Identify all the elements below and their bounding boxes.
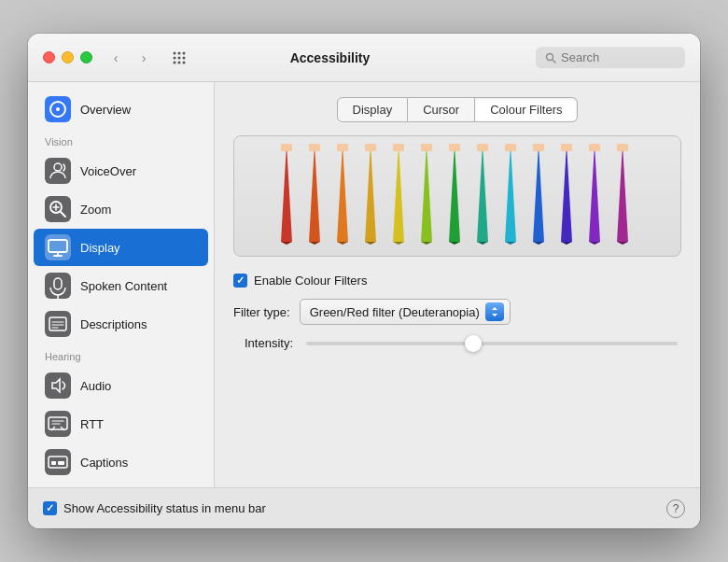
slider-thumb[interactable]: [465, 335, 482, 352]
intensity-slider[interactable]: [306, 342, 678, 345]
overview-icon: [45, 96, 71, 122]
svg-marker-63: [449, 242, 460, 245]
enable-filters-row: ✓ Enable Colour Filters: [233, 274, 681, 288]
svg-marker-57: [393, 242, 404, 245]
pencils-container: [233, 135, 681, 257]
sidebar-item-audio[interactable]: Audio: [34, 367, 208, 404]
svg-rect-64: [449, 144, 460, 151]
sidebar-section-hearing: Hearing: [28, 344, 214, 366]
close-button[interactable]: [43, 51, 55, 63]
sidebar-item-label-rtt: RTT: [80, 417, 104, 431]
sidebar-item-voiceover[interactable]: VoiceOver: [34, 152, 208, 190]
svg-marker-77: [589, 144, 600, 242]
voiceover-icon: [45, 158, 71, 184]
sidebar-item-label-zoom: Zoom: [80, 203, 111, 217]
main-window: ‹ › Accessibility: [28, 34, 700, 528]
svg-rect-82: [617, 144, 628, 151]
svg-marker-45: [281, 242, 292, 245]
descriptions-icon: [45, 311, 71, 337]
bottom-bar: ✓ Show Accessibility status in menu bar …: [28, 487, 700, 528]
display-icon: [45, 234, 71, 260]
svg-line-10: [553, 59, 555, 62]
svg-rect-49: [309, 144, 320, 151]
status-bar-checkbox[interactable]: ✓ Show Accessibility status in menu bar: [43, 501, 266, 515]
svg-marker-53: [365, 144, 376, 242]
svg-marker-47: [309, 144, 320, 242]
sidebar-item-overview[interactable]: Overview: [34, 91, 208, 128]
svg-rect-61: [421, 144, 432, 151]
filter-type-label: Filter type:: [233, 305, 290, 319]
filter-type-select[interactable]: Green/Red filter (Deuteranopia): [300, 299, 511, 325]
rtt-icon: [45, 411, 71, 437]
sidebar-item-rtt[interactable]: RTT: [34, 405, 208, 443]
spoken-icon: [45, 273, 71, 299]
svg-rect-46: [281, 144, 292, 151]
svg-marker-69: [505, 242, 516, 245]
tab-colour-filters[interactable]: Colour Filters: [475, 97, 578, 122]
sidebar-item-zoom[interactable]: Zoom: [34, 190, 208, 228]
svg-rect-67: [477, 144, 488, 151]
svg-marker-78: [589, 242, 600, 245]
traffic-lights: [43, 51, 92, 63]
controls: ✓ Enable Colour Filters Filter type: Gre…: [233, 270, 681, 354]
sidebar-item-captions[interactable]: Captions: [34, 443, 208, 481]
svg-rect-28: [45, 311, 71, 337]
svg-point-13: [56, 107, 60, 111]
svg-rect-42: [51, 461, 56, 465]
search-bar[interactable]: [536, 47, 685, 68]
checkbox-checked: ✓: [233, 274, 247, 288]
search-input[interactable]: [561, 50, 673, 64]
maximize-button[interactable]: [80, 51, 92, 63]
sidebar-item-label-audio: Audio: [80, 379, 111, 393]
svg-marker-72: [533, 242, 544, 245]
svg-marker-65: [477, 144, 488, 242]
sidebar-section-vision: Vision: [28, 129, 214, 151]
enable-checkbox[interactable]: ✓ Enable Colour Filters: [233, 274, 367, 288]
sidebar-item-display[interactable]: Display: [34, 229, 208, 266]
pencils-svg: [244, 144, 671, 256]
svg-rect-55: [365, 144, 376, 151]
minimize-button[interactable]: [62, 51, 74, 63]
titlebar: ‹ › Accessibility: [28, 34, 700, 82]
svg-rect-52: [337, 144, 348, 151]
sidebar-item-descriptions[interactable]: Descriptions: [34, 305, 208, 343]
svg-marker-74: [561, 144, 572, 242]
captions-icon: [45, 449, 71, 475]
sidebar-item-label-overview: Overview: [80, 103, 131, 117]
svg-marker-56: [393, 144, 404, 242]
main-content: Overview Vision VoiceOver: [28, 82, 700, 487]
help-button[interactable]: ?: [666, 499, 685, 518]
svg-rect-33: [45, 372, 71, 399]
audio-icon: [45, 372, 71, 399]
sidebar-item-spoken[interactable]: Spoken Content: [34, 267, 208, 304]
window-title: Accessibility: [124, 50, 536, 65]
svg-marker-66: [477, 242, 488, 245]
sidebar-item-label-voiceover: VoiceOver: [80, 164, 136, 178]
tab-display[interactable]: Display: [337, 97, 409, 122]
status-checkbox-checked: ✓: [43, 501, 57, 515]
svg-marker-44: [281, 144, 292, 242]
svg-rect-16: [45, 196, 71, 222]
sidebar-item-label-spoken: Spoken Content: [80, 279, 167, 293]
svg-marker-81: [617, 242, 628, 245]
svg-marker-62: [449, 144, 460, 242]
svg-rect-79: [589, 144, 600, 151]
svg-marker-68: [505, 144, 516, 242]
filter-type-row: Filter type: Green/Red filter (Deuterano…: [233, 299, 681, 325]
tab-cursor[interactable]: Cursor: [408, 97, 475, 122]
svg-rect-58: [393, 144, 404, 151]
svg-marker-71: [533, 144, 544, 242]
svg-marker-75: [561, 242, 572, 245]
zoom-icon: [45, 196, 71, 222]
svg-rect-76: [561, 144, 572, 151]
intensity-label: Intensity:: [233, 336, 293, 350]
content-area: Display Cursor Colour Filters: [215, 82, 700, 487]
enable-label: Enable Colour Filters: [254, 274, 367, 288]
sidebar-item-label-display: Display: [80, 241, 120, 255]
filter-value: Green/Red filter (Deuteranopia): [310, 305, 480, 319]
sidebar-item-label-captions: Captions: [80, 456, 128, 470]
svg-marker-54: [365, 242, 376, 245]
svg-marker-60: [421, 242, 432, 245]
sidebar: Overview Vision VoiceOver: [28, 82, 215, 487]
svg-marker-48: [309, 242, 320, 245]
